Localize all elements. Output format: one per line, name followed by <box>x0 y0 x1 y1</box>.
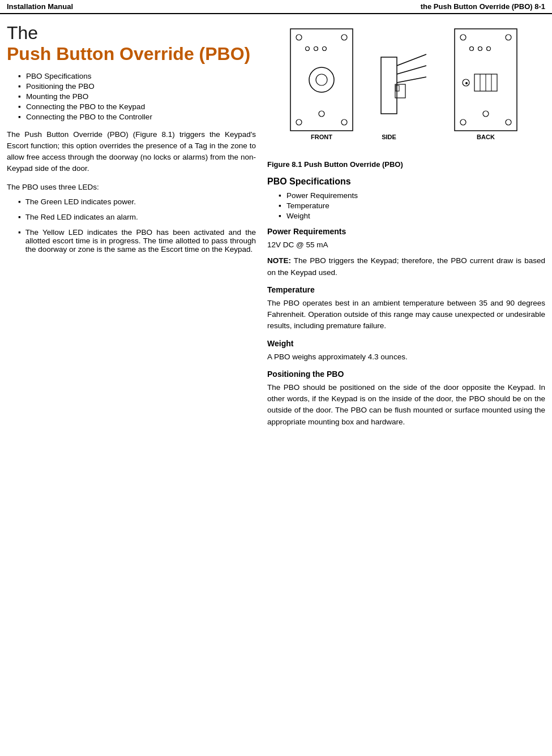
svg-point-32 <box>465 82 468 84</box>
figure-caption: Figure 8.1 Push Button Override (PBO) <box>267 160 545 169</box>
note-text: The PBO triggers the Keypad; therefore, … <box>267 256 545 276</box>
svg-point-6 <box>314 47 318 51</box>
figure-container: FRONT SIDE <box>267 23 545 153</box>
svg-point-23 <box>506 119 511 125</box>
toc-item-5: Connecting the PBO to the Controller <box>18 113 256 121</box>
svg-line-13 <box>397 54 426 66</box>
power-req-heading: Power Requirements <box>267 227 545 236</box>
pbo-diagram-svg: FRONT SIDE <box>285 23 528 153</box>
toc-item-2: Positioning the PBO <box>18 82 256 91</box>
svg-point-2 <box>341 35 347 40</box>
weight-heading: Weight <box>267 339 545 348</box>
svg-line-15 <box>397 77 426 83</box>
header-left: Installation Manual <box>7 2 73 11</box>
toc-list: PBO Specifications Positioning the PBO M… <box>18 72 256 121</box>
svg-point-33 <box>483 111 489 117</box>
svg-point-21 <box>506 35 511 40</box>
svg-point-9 <box>316 74 327 85</box>
left-column: The Push Button Override (PBO) PBO Speci… <box>7 23 256 435</box>
svg-point-1 <box>296 35 302 40</box>
svg-text:SIDE: SIDE <box>382 134 396 140</box>
svg-point-3 <box>296 119 302 125</box>
svg-point-25 <box>478 47 482 51</box>
toc-item-1: PBO Specifications <box>18 72 256 80</box>
temperature-heading: Temperature <box>267 285 545 294</box>
spec-power: Power Requirements <box>279 191 545 200</box>
power-req-value: 12V DC @ 55 mA <box>267 239 545 251</box>
svg-rect-12 <box>381 57 397 114</box>
pbo-specs-heading: PBO Specifications <box>267 177 545 187</box>
header-right: the Push Button Override (PBO) 8-1 <box>421 2 545 11</box>
svg-rect-0 <box>290 29 353 131</box>
svg-point-8 <box>309 67 334 92</box>
svg-point-24 <box>469 47 473 51</box>
svg-point-5 <box>305 47 309 51</box>
toc-item-4: Connecting the PBO to the Keypad <box>18 102 256 111</box>
page-title-pbo: Push Button Override (PBO) <box>7 43 256 65</box>
power-note: NOTE: The PBO triggers the Keypad; there… <box>267 255 545 278</box>
temperature-text: The PBO operates best in an ambient temp… <box>267 298 545 332</box>
positioning-heading: Positioning the PBO <box>267 370 545 379</box>
svg-point-10 <box>319 111 324 117</box>
svg-point-26 <box>486 47 490 51</box>
led-list: The Green LED indicates power. The Red L… <box>18 197 256 254</box>
page-header: Installation Manual the Push Button Over… <box>0 0 552 14</box>
intro-paragraph: The Push Button Override (PBO) (Figure 8… <box>7 129 256 175</box>
toc-item-3: Mounting the PBO <box>18 92 256 101</box>
pbo-uses-text: The PBO uses three LEDs: <box>7 182 256 193</box>
positioning-text: The PBO should be positioned on the side… <box>267 382 545 428</box>
svg-point-20 <box>460 35 466 40</box>
svg-point-4 <box>341 119 347 125</box>
svg-rect-17 <box>396 85 399 91</box>
svg-point-22 <box>460 119 466 125</box>
spec-temp: Temperature <box>279 201 545 210</box>
note-label: NOTE: <box>267 256 291 265</box>
svg-point-7 <box>322 47 326 51</box>
led-item-green: The Green LED indicates power. <box>18 197 256 206</box>
page-title-the: The <box>7 23 256 43</box>
spec-weight: Weight <box>279 212 545 220</box>
weight-text: A PBO weighs approximately 4.3 ounces. <box>267 351 545 363</box>
svg-line-14 <box>397 66 426 74</box>
content-wrapper: The Push Button Override (PBO) PBO Speci… <box>0 14 552 441</box>
svg-text:FRONT: FRONT <box>311 134 332 140</box>
svg-text:BACK: BACK <box>477 134 495 140</box>
right-column: FRONT SIDE <box>267 23 545 435</box>
led-item-red: The Red LED indicates an alarm. <box>18 213 256 221</box>
pbo-specs-list: Power Requirements Temperature Weight <box>279 191 545 220</box>
led-item-yellow: The Yellow LED indicates the PBO has bee… <box>18 228 256 254</box>
